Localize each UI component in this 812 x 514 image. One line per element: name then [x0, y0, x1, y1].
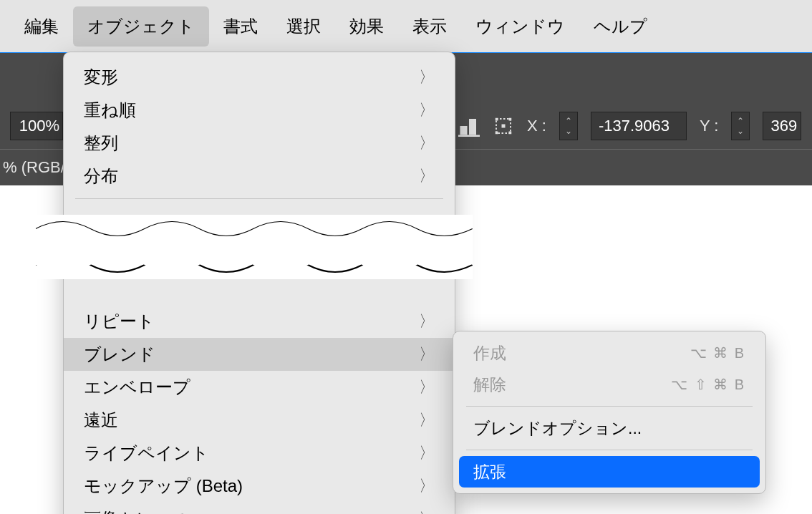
blend-submenu: 作成⌥ ⌘ B 解除⌥ ⇧ ⌘ B ブレンドオプション... 拡張: [453, 331, 766, 494]
submenu-item-label: 作成: [473, 342, 506, 364]
menu-item-label: 重ね順: [84, 99, 136, 122]
menu-item-align[interactable]: 整列〉: [64, 127, 455, 160]
menu-item-label: 整列: [84, 132, 118, 155]
menu-item-label: ブレンド: [84, 343, 155, 366]
menu-item-imagetrace[interactable]: 画像トレース〉: [64, 503, 455, 514]
menu-type[interactable]: 書式: [209, 6, 272, 47]
chevron-right-icon: 〉: [419, 377, 435, 398]
transform-icon[interactable]: [493, 115, 514, 137]
zoom-field[interactable]: 100%: [10, 112, 63, 140]
chevron-right-icon: 〉: [419, 344, 435, 365]
x-label: X :: [527, 117, 546, 135]
svg-rect-5: [509, 118, 512, 121]
chevron-right-icon: 〉: [419, 67, 435, 88]
submenu-item-expand[interactable]: 拡張: [459, 456, 760, 488]
menu-object[interactable]: オブジェクト: [73, 6, 209, 47]
menu-item-label: リピート: [84, 310, 155, 333]
align-icon[interactable]: [458, 115, 480, 137]
menu-window[interactable]: ウィンドウ: [461, 6, 579, 47]
menu-item-blend[interactable]: ブレンド〉: [64, 338, 455, 371]
chevron-right-icon: 〉: [419, 442, 435, 464]
submenu-item-label: 拡張: [473, 461, 506, 483]
chevron-right-icon: 〉: [419, 311, 435, 332]
submenu-item-blend-options[interactable]: ブレンドオプション...: [459, 412, 760, 444]
x-stepper[interactable]: ⌃⌄: [559, 112, 578, 140]
chevron-right-icon: 〉: [419, 475, 435, 497]
menu-select[interactable]: 選択: [272, 6, 335, 47]
menu-item-label: モックアップ (Beta): [84, 475, 243, 498]
svg-rect-4: [496, 118, 498, 121]
chevron-right-icon: 〉: [419, 409, 435, 431]
menu-view[interactable]: 表示: [398, 6, 461, 47]
shortcut-label: ⌥ ⇧ ⌘ B: [671, 376, 745, 393]
menu-item-label: 分布: [84, 165, 118, 188]
submenu-item-label: ブレンドオプション...: [473, 417, 642, 440]
menu-item-label: ライブペイント: [84, 442, 209, 465]
x-value-field[interactable]: -137.9063: [591, 112, 687, 140]
menu-edit[interactable]: 編集: [10, 6, 73, 47]
object-menu-dropdown: 変形〉 重ね順〉 整列〉 分布〉 リピート〉 ブレンド〉 エンベロープ〉 遠近〉…: [63, 52, 455, 514]
svg-rect-6: [496, 132, 498, 135]
menu-item-label: 変形: [84, 66, 118, 89]
menu-item-arrange[interactable]: 重ね順〉: [64, 94, 455, 127]
menu-item-mockup[interactable]: モックアップ (Beta)〉: [64, 470, 455, 503]
menu-item-label: 遠近: [84, 409, 118, 432]
svg-rect-7: [509, 132, 512, 135]
menu-item-distribute[interactable]: 分布〉: [64, 160, 455, 193]
y-stepper[interactable]: ⌃⌄: [731, 112, 750, 140]
menu-item-transform[interactable]: 変形〉: [64, 61, 455, 94]
truncation-wave-icon: [36, 215, 473, 279]
submenu-separator: [466, 406, 753, 407]
menu-item-label: エンベロープ: [84, 376, 190, 399]
menu-item-livepaint[interactable]: ライブペイント〉: [64, 437, 455, 470]
menu-effect[interactable]: 効果: [335, 6, 398, 47]
submenu-separator: [466, 450, 753, 450]
menu-separator: [75, 198, 443, 199]
menu-item-label: 画像トレース: [84, 508, 189, 514]
chevron-right-icon: 〉: [419, 100, 435, 121]
menu-item-envelope[interactable]: エンベロープ〉: [64, 371, 455, 404]
menu-item-repeat[interactable]: リピート〉: [64, 305, 455, 338]
menu-help[interactable]: ヘルプ: [579, 6, 662, 47]
svg-rect-0: [460, 126, 468, 135]
chevron-right-icon: 〉: [419, 132, 435, 154]
svg-rect-8: [502, 125, 506, 128]
chevron-right-icon: 〉: [419, 165, 435, 187]
y-label: Y :: [700, 117, 719, 135]
submenu-item-make[interactable]: 作成⌥ ⌘ B: [459, 337, 760, 369]
shortcut-label: ⌥ ⌘ B: [690, 344, 745, 362]
y-value-field[interactable]: 369: [763, 112, 801, 140]
menu-item-perspective[interactable]: 遠近〉: [64, 404, 455, 437]
submenu-item-release[interactable]: 解除⌥ ⇧ ⌘ B: [459, 369, 760, 400]
menubar: 編集 オブジェクト 書式 選択 効果 表示 ウィンドウ ヘルプ: [0, 0, 812, 53]
submenu-item-label: 解除: [473, 374, 506, 396]
chevron-right-icon: 〉: [419, 508, 435, 514]
svg-rect-1: [469, 119, 476, 135]
